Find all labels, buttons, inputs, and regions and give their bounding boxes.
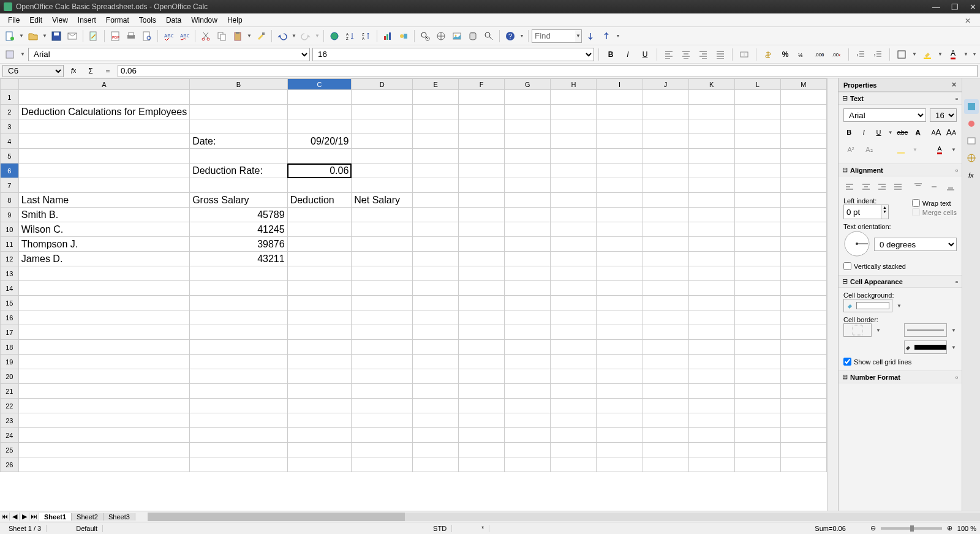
collapse-icon[interactable]: ⊟ — [842, 94, 848, 102]
collapse-icon[interactable]: ⊟ — [842, 166, 848, 174]
col-header-B[interactable]: B — [190, 79, 288, 90]
tab-last-icon[interactable]: ⏭ — [29, 513, 39, 521]
cell-C3[interactable] — [287, 119, 352, 134]
cell-D17[interactable] — [352, 325, 413, 340]
cell-M2[interactable] — [780, 105, 826, 119]
cell-G23[interactable] — [505, 413, 551, 428]
cell-J19[interactable] — [643, 355, 688, 369]
row-header-4[interactable]: 4 — [1, 134, 19, 149]
cell-E3[interactable] — [413, 119, 459, 134]
navigator-icon[interactable] — [434, 29, 448, 43]
sidebar-tab-functions-icon[interactable]: fx — [964, 168, 979, 182]
cell-D24[interactable] — [352, 428, 413, 443]
cell-A1[interactable] — [18, 90, 189, 105]
sidebar-tab-navigator-icon[interactable] — [964, 151, 979, 165]
cell-G18[interactable] — [505, 340, 551, 355]
section-more-icon[interactable]: ▫ — [956, 167, 958, 174]
cell-I14[interactable] — [597, 281, 643, 296]
cell-D2[interactable] — [352, 105, 413, 119]
cell-B11[interactable]: 39876 — [190, 237, 288, 252]
cell-C26[interactable] — [287, 457, 352, 472]
cell-A24[interactable] — [18, 428, 189, 443]
cell-E1[interactable] — [413, 90, 459, 105]
bgcolor-icon[interactable] — [920, 47, 935, 62]
cell-B17[interactable] — [190, 325, 288, 340]
cell-L11[interactable] — [734, 237, 780, 252]
col-header-C[interactable]: C — [287, 79, 352, 90]
standard-format-icon[interactable]: ⅛ — [795, 47, 810, 62]
cell-J3[interactable] — [643, 119, 688, 134]
cell-L8[interactable] — [734, 193, 780, 208]
cell-K17[interactable] — [688, 325, 734, 340]
cell-J1[interactable] — [643, 90, 688, 105]
cell-K19[interactable] — [688, 355, 734, 369]
cell-D10[interactable] — [352, 222, 413, 237]
cell-H1[interactable] — [551, 90, 597, 105]
cell-B22[interactable] — [190, 399, 288, 413]
indent-dn[interactable]: ▼ — [881, 209, 888, 214]
cell-J26[interactable] — [643, 457, 688, 472]
border-style-drop[interactable]: ▼ — [951, 328, 957, 333]
row-header-26[interactable]: 26 — [1, 457, 19, 472]
cell-I2[interactable] — [597, 105, 643, 119]
cell-M11[interactable] — [780, 237, 826, 252]
cell-C11[interactable] — [287, 237, 352, 252]
left-indent-input[interactable] — [844, 205, 881, 219]
cell-E13[interactable] — [413, 266, 459, 281]
status-mode[interactable]: STD — [428, 525, 452, 532]
cut-icon[interactable] — [198, 29, 213, 43]
cell-A8[interactable]: Last Name — [18, 193, 189, 208]
cell-K10[interactable] — [688, 222, 734, 237]
cell-H2[interactable] — [551, 105, 597, 119]
cell-M8[interactable] — [780, 193, 826, 208]
cell-I22[interactable] — [597, 399, 643, 413]
col-header-A[interactable]: A — [18, 79, 189, 90]
cell-E21[interactable] — [413, 384, 459, 399]
cell-M1[interactable] — [780, 90, 826, 105]
menu-help[interactable]: Help — [223, 15, 247, 26]
row-header-14[interactable]: 14 — [1, 281, 19, 296]
sidebar-strike-icon[interactable]: abc — [897, 126, 909, 139]
col-header-E[interactable]: E — [413, 79, 459, 90]
cell-C23[interactable] — [287, 413, 352, 428]
cell-L13[interactable] — [734, 266, 780, 281]
cell-A2[interactable]: Deduction Calculations for Employees — [18, 105, 189, 119]
cell-G22[interactable] — [505, 399, 551, 413]
cell-J8[interactable] — [643, 193, 688, 208]
cell-K8[interactable] — [688, 193, 734, 208]
cell-A18[interactable] — [18, 340, 189, 355]
cell-C10[interactable] — [287, 222, 352, 237]
cell-H17[interactable] — [551, 325, 597, 340]
cell-C1[interactable] — [287, 90, 352, 105]
cell-L23[interactable] — [734, 413, 780, 428]
align-right-icon[interactable] — [696, 47, 710, 62]
find-prev-icon[interactable] — [599, 29, 614, 43]
cell-L20[interactable] — [734, 369, 780, 384]
cell-A6[interactable] — [18, 164, 189, 178]
cell-M14[interactable] — [780, 281, 826, 296]
valign-bot-icon[interactable] — [944, 180, 957, 194]
minimize-button[interactable]: — — [932, 2, 940, 12]
valign-top-icon[interactable] — [912, 180, 924, 194]
halign-left-icon[interactable] — [843, 180, 856, 194]
cell-C20[interactable] — [287, 369, 352, 384]
cell-H7[interactable] — [551, 178, 597, 193]
cell-A4[interactable] — [18, 134, 189, 149]
cell-F12[interactable] — [459, 252, 505, 266]
border-color-drop[interactable]: ▼ — [951, 345, 957, 350]
sort-asc-icon[interactable]: AZ — [343, 29, 358, 43]
cell-B5[interactable] — [190, 149, 288, 164]
cell-F14[interactable] — [459, 281, 505, 296]
row-header-20[interactable]: 20 — [1, 369, 19, 384]
cell-M16[interactable] — [780, 310, 826, 325]
cell-D25[interactable] — [352, 443, 413, 457]
cell-I3[interactable] — [597, 119, 643, 134]
cell-G14[interactable] — [505, 281, 551, 296]
cell-A26[interactable] — [18, 457, 189, 472]
row-header-1[interactable]: 1 — [1, 90, 19, 105]
cell-bg-picker[interactable] — [843, 299, 892, 312]
row-header-13[interactable]: 13 — [1, 266, 19, 281]
cell-G3[interactable] — [505, 119, 551, 134]
cell-B8[interactable]: Gross Salary — [190, 193, 288, 208]
cell-B25[interactable] — [190, 443, 288, 457]
